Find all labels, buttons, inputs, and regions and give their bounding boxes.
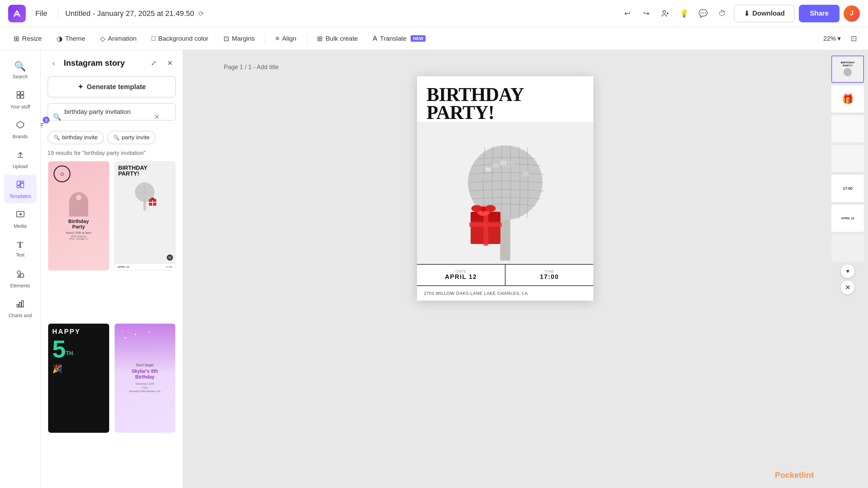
watermark-text-after: cketlint <box>785 470 814 480</box>
svg-rect-33 <box>516 165 521 169</box>
download-button[interactable]: ⬇ Download <box>734 5 795 22</box>
sidebar-item-media[interactable]: Media <box>4 205 37 233</box>
sidebar-item-text[interactable]: T Text <box>4 235 37 263</box>
charts-icon <box>16 299 25 311</box>
timer-button[interactable]: ⏱ <box>715 6 730 21</box>
sidebar-label-media: Media <box>14 223 26 229</box>
margins-icon: ⊡ <box>223 35 229 43</box>
chevron-down-icon: ▾ <box>837 35 841 42</box>
thumbnail-1[interactable]: BIRTHDAYPARTY! <box>831 56 864 83</box>
templates-icon <box>16 180 25 191</box>
animation-button[interactable]: ◇ Animation <box>93 31 143 46</box>
page-label[interactable]: Page 1 / 1 - Add title <box>224 64 279 71</box>
template-card-disco-party[interactable]: BIRTHDAYPARTY! <box>114 161 176 271</box>
thumbnail-5[interactable]: 17:00 <box>831 175 864 202</box>
card-info-bar: DATE APRIL 12 TIME 17:00 <box>417 264 593 286</box>
page-label-text: Page 1 / 1 - Add title <box>224 64 279 70</box>
redo-button[interactable]: ↪ <box>639 6 654 21</box>
app-logo[interactable] <box>8 5 26 22</box>
theme-button[interactable]: ◑ Theme <box>50 31 92 46</box>
svg-rect-16 <box>19 302 21 307</box>
canvas-document[interactable]: BIRTHDAY PARTY! <box>417 76 593 301</box>
card-address: 2701 WILLOW OAKS LANE LAKE CHARLES, LA <box>417 286 593 301</box>
svg-rect-8 <box>21 183 24 188</box>
thumbnail-close-button[interactable]: ✕ <box>841 281 854 294</box>
search-clear-button[interactable]: ✕ <box>154 113 160 121</box>
align-button[interactable]: ≡ Align <box>269 31 303 46</box>
template-card-pink-birthday[interactable]: ○ BirthdayParty March 20th at 9pm 3030 K… <box>47 161 110 271</box>
brands-icon <box>16 120 25 132</box>
lightbulb-button[interactable]: 💡 <box>677 6 692 21</box>
topbar-divider <box>58 7 58 20</box>
thumbnail-6-label: APRIL 12 <box>841 217 854 220</box>
card-title-line2: PARTY! <box>427 104 584 122</box>
thumbnail-nav-down-button[interactable]: ▾ <box>841 264 854 278</box>
download-label: Download <box>752 9 785 17</box>
zoom-control[interactable]: 22% ▾ <box>819 31 845 46</box>
share-button[interactable]: Share <box>799 5 840 22</box>
panel-expand-button[interactable]: ⤢ <box>147 57 160 69</box>
thumbnail-2[interactable]: 🎁 <box>831 85 864 113</box>
search-bar-icon: 🔍 <box>53 113 61 121</box>
add-user-button[interactable] <box>658 6 673 21</box>
sidebar-item-templates[interactable]: Templates <box>4 175 37 203</box>
zoom-level: 22% <box>823 35 836 42</box>
background-color-button[interactable]: □ Background color <box>145 31 215 46</box>
undo-button[interactable]: ↩ <box>620 6 635 21</box>
watermark: Pocketlint <box>775 470 814 480</box>
date-label: DATE <box>424 269 498 273</box>
svg-rect-15 <box>17 304 19 307</box>
avatar[interactable]: J <box>844 5 860 22</box>
thumbnail-7[interactable] <box>831 235 864 262</box>
chip-search-icon-2: 🔍 <box>113 135 120 141</box>
comment-button[interactable]: 💬 <box>696 6 711 21</box>
search-container: 🔍 ✕ 3 <box>41 103 183 131</box>
align-icon: ≡ <box>275 35 279 42</box>
sidebar-item-upload[interactable]: Upload <box>4 145 37 174</box>
your-stuff-icon <box>16 90 25 102</box>
sidebar-item-search[interactable]: 🔍 Search <box>4 56 37 84</box>
panel-back-button[interactable]: ‹ <box>47 57 60 69</box>
animation-icon: ◇ <box>100 35 105 43</box>
svg-rect-1 <box>17 92 20 95</box>
svg-rect-6 <box>17 181 20 185</box>
sidebar-item-brands[interactable]: Brands <box>4 115 37 144</box>
translate-label: Translate <box>380 35 407 42</box>
svg-point-42 <box>471 205 482 212</box>
svg-rect-35 <box>523 172 529 176</box>
sync-icon: ⟳ <box>198 9 204 18</box>
template-card-skylar[interactable]: Don't forget Skylar's 8thBirthday Saturd… <box>114 323 176 433</box>
search-filter-button[interactable]: 3 <box>41 119 47 131</box>
svg-rect-34 <box>479 174 484 179</box>
template-card-happy-five[interactable]: HAPPY 5 TH 🎉 <box>47 323 110 433</box>
svg-point-12 <box>17 271 21 274</box>
margins-button[interactable]: ⊡ Margins <box>217 31 262 46</box>
translate-button[interactable]: A Translate NEW <box>366 31 432 46</box>
resize-button[interactable]: ⊞ Resize <box>7 31 48 46</box>
sidebar-item-charts[interactable]: Charts and <box>4 294 37 323</box>
panel-close-button[interactable]: ✕ <box>164 57 176 69</box>
gift-thumbnail-icon: 🎁 <box>842 94 854 105</box>
thumbnail-3[interactable] <box>831 115 864 142</box>
resize-label: Resize <box>22 35 42 42</box>
title-text: Untitled - January 27, 2025 at 21.49.50 <box>65 9 194 18</box>
sidebar-item-your-stuff[interactable]: Your stuff <box>4 85 37 114</box>
bulk-create-button[interactable]: ⊞ Bulk create <box>310 31 364 46</box>
sidebar-icons: 🔍 Search Your stuff Brands Upl <box>0 50 41 488</box>
thumbnail-4[interactable] <box>831 145 864 172</box>
fullscreen-button[interactable]: ⊡ <box>846 31 861 46</box>
chip-birthday-invite[interactable]: 🔍 birthday invite <box>47 131 104 144</box>
chip-search-icon: 🔍 <box>54 135 60 141</box>
card-image-area <box>417 122 593 264</box>
results-count: 19 results for "birthday party invitatio… <box>41 148 183 161</box>
file-menu-button[interactable]: File <box>31 6 51 21</box>
panel-header: ‹ Instagram story ⤢ ✕ <box>41 50 183 73</box>
chip-party-invite[interactable]: 🔍 party invite <box>107 131 156 144</box>
sidebar-item-elements[interactable]: Elements <box>4 264 37 293</box>
thumbnail-6[interactable]: APRIL 12 <box>831 205 864 232</box>
generate-template-button[interactable]: ✦ Generate template <box>47 76 176 98</box>
sidebar-label-search: Search <box>13 74 27 79</box>
suggestion-chips: 🔍 birthday invite 🔍 party invite <box>41 131 183 148</box>
svg-rect-4 <box>21 95 24 98</box>
templates-grid: ○ BirthdayParty March 20th at 9pm 3030 K… <box>41 161 183 488</box>
